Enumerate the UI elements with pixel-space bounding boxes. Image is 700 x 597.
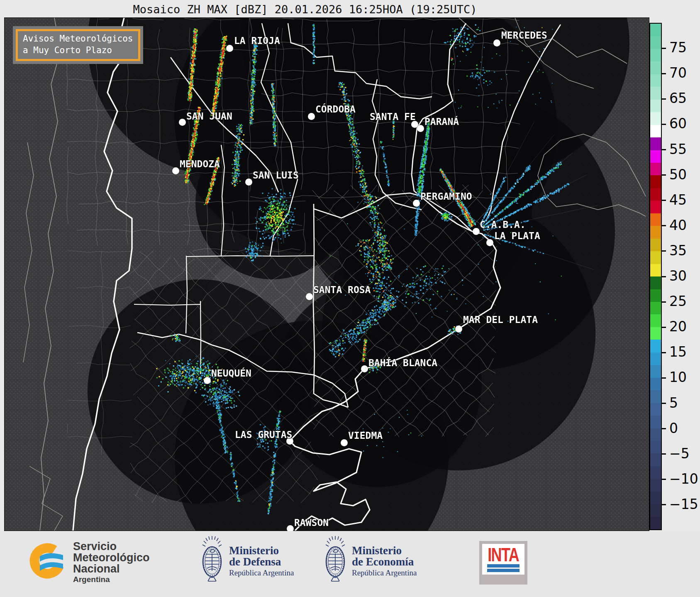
city-label: MAR DEL PLATA xyxy=(463,314,538,325)
inta-bar-2 xyxy=(487,569,520,572)
colorbar-segment xyxy=(650,403,661,416)
colorbar-tick-label: 25 xyxy=(669,293,687,309)
colorbar-tick xyxy=(662,403,666,404)
inta-logo: INTA xyxy=(479,541,527,585)
colorbar-tick xyxy=(662,276,666,277)
city-label: NEUQUÉN xyxy=(211,368,251,379)
colorbar-segment xyxy=(650,504,661,516)
colorbar-tick-label: 30 xyxy=(669,268,687,284)
map-canvas xyxy=(5,18,649,531)
smn-line1: Servicio xyxy=(73,541,150,552)
defensa-line3: República Argentina xyxy=(229,568,294,578)
economia-line2: de Economía xyxy=(352,556,417,568)
city-marker xyxy=(486,239,493,246)
city-marker xyxy=(179,119,186,126)
city-marker xyxy=(493,39,500,46)
city-marker xyxy=(226,45,233,52)
city-label: SAN JUAN xyxy=(186,111,232,122)
colorbar-tick-label: 20 xyxy=(669,318,687,335)
colorbar-tick-label: 65 xyxy=(669,90,687,106)
city-label: CÓRDOBA xyxy=(315,104,356,115)
alert-badge-frame: Avisos Meteorológicos a Muy Corto Plazo xyxy=(16,29,140,61)
colorbar-tick xyxy=(662,327,666,328)
colorbar-tick-label: 55 xyxy=(669,141,687,157)
colorbar-segment xyxy=(650,61,661,74)
colorbar-tick xyxy=(662,377,666,379)
inta-logo-label: INTA xyxy=(488,546,519,563)
colorbar-segment xyxy=(650,479,661,491)
city-marker xyxy=(245,179,252,186)
colorbar-tick-label: 70 xyxy=(669,65,687,81)
colorbar-segment xyxy=(650,74,661,87)
city-label: BAHÍA BLANCA xyxy=(368,357,437,368)
colorbar-tick-label: −15 xyxy=(669,496,698,512)
colorbar-segment xyxy=(650,340,661,352)
smn-line2: Meteorológico xyxy=(73,552,150,563)
defensa-logo-text: Ministerio de Defensa República Argentin… xyxy=(229,545,294,578)
city-label: MENDOZA xyxy=(180,159,220,169)
city-marker xyxy=(417,125,424,132)
radar-map: Avisos Meteorológicos a Muy Corto Plazo … xyxy=(4,17,649,531)
colorbar-segment xyxy=(650,226,661,238)
colorbar-tick xyxy=(662,428,666,429)
colorbar-tick-label: 5 xyxy=(669,395,678,411)
colorbar-segment xyxy=(650,125,661,137)
colorbar-segment xyxy=(650,100,661,112)
smn-line3: Nacional xyxy=(73,563,150,575)
colorbar-tick xyxy=(662,352,666,353)
colorbar-tick xyxy=(662,453,666,455)
colorbar-segment xyxy=(650,175,661,188)
colorbar-segment xyxy=(650,289,661,302)
city-label: MERCEDES xyxy=(501,30,547,41)
colorbar-segment xyxy=(650,416,661,428)
colorbar-segment xyxy=(650,390,661,403)
alert-badge: Avisos Meteorológicos a Muy Corto Plazo xyxy=(13,26,143,64)
economia-line3: República Argentina xyxy=(352,568,417,578)
colorbar-tick xyxy=(662,48,666,49)
city-marker xyxy=(473,228,480,235)
colorbar-tick xyxy=(662,479,666,480)
colorbar-segment xyxy=(650,327,661,340)
city-label: SAN LUIS xyxy=(253,170,299,181)
city-label: RAWSON xyxy=(294,517,329,528)
city-marker xyxy=(308,113,315,120)
city-marker xyxy=(413,200,420,207)
colorbar-tick xyxy=(662,98,666,100)
colorbar-segment xyxy=(650,517,661,529)
colorbar-segment xyxy=(650,150,661,163)
city-marker xyxy=(361,365,368,372)
colorbar-tick xyxy=(662,174,666,176)
colorbar-tick-label: 15 xyxy=(669,344,687,360)
city-label: SANTA ROSA xyxy=(313,284,371,295)
colorbar-segment xyxy=(650,137,661,150)
defensa-line2: de Defensa xyxy=(229,556,294,568)
city-marker xyxy=(172,167,179,174)
colorbar-tick-label: 35 xyxy=(669,242,687,259)
city-marker xyxy=(341,439,348,446)
colorbar-tick xyxy=(662,225,666,226)
colorbar-tick xyxy=(662,149,666,150)
page-title: Mosaico ZH MAX [dBZ] 20.01.2026 16:25HOA… xyxy=(133,3,477,16)
city-label: LA PLATA xyxy=(494,230,540,241)
economia-coat-of-arms-icon xyxy=(323,535,347,586)
colorbar-segment xyxy=(650,428,661,441)
city-label: SANTA FE xyxy=(370,111,416,122)
colorbar-segment xyxy=(650,87,661,99)
colorbar-tick-label: 50 xyxy=(669,166,687,183)
colorbar-segment xyxy=(650,365,661,377)
defensa-coat-of-arms-icon xyxy=(200,535,224,586)
colorbar-tick-label: 75 xyxy=(669,39,687,56)
colorbar-tick-label: 45 xyxy=(669,192,687,208)
colorbar-tick xyxy=(662,124,666,125)
city-marker xyxy=(306,293,313,300)
colorbar-segment xyxy=(650,352,661,365)
smn-line4: Argentina xyxy=(73,575,150,585)
colorbar-tick-label: −5 xyxy=(669,445,690,462)
colorbar-segment xyxy=(650,302,661,314)
colorbar-tick-label: 40 xyxy=(669,217,687,233)
city-label: LAS GRUTAS xyxy=(235,429,292,440)
colorbar-tick-label: 10 xyxy=(669,369,687,385)
city-label: C.A.B.A. xyxy=(480,219,526,230)
colorbar-segment xyxy=(650,264,661,276)
colorbar-segment xyxy=(650,441,661,453)
